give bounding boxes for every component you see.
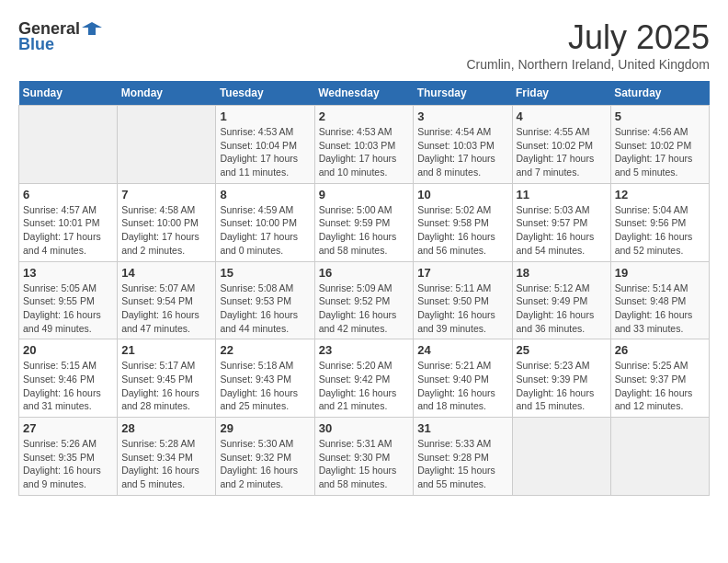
day-info: Sunrise: 5:07 AMSunset: 9:54 PMDaylight:… — [121, 282, 211, 336]
day-number: 2 — [319, 109, 410, 123]
day-number: 20 — [23, 343, 113, 357]
col-tuesday: Tuesday — [216, 81, 314, 106]
day-number: 25 — [517, 343, 607, 357]
calendar-cell: 22Sunrise: 5:18 AMSunset: 9:43 PMDayligh… — [216, 339, 314, 418]
day-number: 6 — [23, 188, 113, 201]
day-number: 23 — [319, 343, 410, 357]
col-wednesday: Wednesday — [314, 81, 414, 106]
calendar-cell: 15Sunrise: 5:08 AMSunset: 9:53 PMDayligh… — [216, 261, 314, 339]
calendar-cell — [610, 418, 709, 496]
day-info: Sunrise: 5:26 AMSunset: 9:35 PMDaylight:… — [23, 437, 113, 491]
day-number: 22 — [220, 343, 310, 357]
day-number: 24 — [417, 343, 507, 357]
calendar-cell: 10Sunrise: 5:02 AMSunset: 9:58 PMDayligh… — [414, 183, 512, 261]
calendar-cell: 26Sunrise: 5:25 AMSunset: 9:37 PMDayligh… — [610, 339, 709, 418]
day-number: 3 — [417, 109, 507, 123]
calendar-cell: 14Sunrise: 5:07 AMSunset: 9:54 PMDayligh… — [118, 261, 216, 339]
calendar-cell: 1Sunrise: 4:53 AMSunset: 10:04 PMDayligh… — [216, 106, 314, 184]
calendar-cell: 11Sunrise: 5:03 AMSunset: 9:57 PMDayligh… — [512, 183, 610, 261]
col-thursday: Thursday — [414, 81, 512, 106]
day-info: Sunrise: 5:08 AMSunset: 9:53 PMDaylight:… — [220, 282, 310, 336]
location-subtitle: Crumlin, Northern Ireland, United Kingdo… — [466, 57, 710, 72]
day-info: Sunrise: 5:23 AMSunset: 9:39 PMDaylight:… — [517, 359, 607, 413]
day-info: Sunrise: 4:53 AMSunset: 10:04 PMDaylight… — [220, 125, 310, 179]
calendar-cell: 16Sunrise: 5:09 AMSunset: 9:52 PMDayligh… — [314, 261, 414, 339]
calendar-week-row: 1Sunrise: 4:53 AMSunset: 10:04 PMDayligh… — [19, 106, 710, 184]
logo-blue-text: Blue — [18, 35, 54, 54]
day-info: Sunrise: 4:58 AMSunset: 10:00 PMDaylight… — [121, 203, 211, 258]
day-info: Sunrise: 5:02 AMSunset: 9:58 PMDaylight:… — [417, 203, 507, 258]
day-info: Sunrise: 5:17 AMSunset: 9:45 PMDaylight:… — [121, 359, 211, 413]
calendar-cell: 31Sunrise: 5:33 AMSunset: 9:28 PMDayligh… — [414, 418, 512, 496]
day-number: 31 — [417, 421, 507, 435]
day-number: 13 — [23, 266, 113, 280]
day-number: 18 — [517, 266, 607, 280]
day-info: Sunrise: 5:18 AMSunset: 9:43 PMDaylight:… — [220, 359, 310, 413]
day-number: 7 — [121, 188, 211, 201]
day-number: 29 — [220, 421, 310, 435]
calendar-week-row: 20Sunrise: 5:15 AMSunset: 9:46 PMDayligh… — [19, 339, 710, 418]
day-number: 5 — [615, 109, 705, 123]
day-info: Sunrise: 5:31 AMSunset: 9:30 PMDaylight:… — [319, 437, 410, 491]
day-info: Sunrise: 4:59 AMSunset: 10:00 PMDaylight… — [220, 203, 310, 258]
day-info: Sunrise: 5:15 AMSunset: 9:46 PMDaylight:… — [23, 359, 113, 413]
calendar-cell: 21Sunrise: 5:17 AMSunset: 9:45 PMDayligh… — [118, 339, 216, 418]
day-info: Sunrise: 4:55 AMSunset: 10:02 PMDaylight… — [517, 125, 607, 179]
calendar-cell: 12Sunrise: 5:04 AMSunset: 9:56 PMDayligh… — [610, 183, 709, 261]
calendar-week-row: 6Sunrise: 4:57 AMSunset: 10:01 PMDayligh… — [19, 183, 710, 261]
day-number: 15 — [220, 266, 310, 280]
calendar-cell: 19Sunrise: 5:14 AMSunset: 9:48 PMDayligh… — [610, 261, 709, 339]
day-number: 4 — [517, 109, 607, 123]
calendar-cell: 28Sunrise: 5:28 AMSunset: 9:34 PMDayligh… — [118, 418, 216, 496]
calendar-cell: 2Sunrise: 4:53 AMSunset: 10:03 PMDayligh… — [314, 106, 414, 184]
day-info: Sunrise: 5:28 AMSunset: 9:34 PMDaylight:… — [121, 437, 211, 491]
calendar-week-row: 27Sunrise: 5:26 AMSunset: 9:35 PMDayligh… — [19, 418, 710, 496]
day-number: 19 — [615, 266, 705, 280]
day-number: 12 — [615, 188, 705, 201]
day-info: Sunrise: 4:54 AMSunset: 10:03 PMDaylight… — [417, 125, 507, 179]
day-number: 21 — [121, 343, 211, 357]
calendar-cell: 5Sunrise: 4:56 AMSunset: 10:02 PMDayligh… — [610, 106, 709, 184]
day-number: 11 — [517, 188, 607, 201]
day-info: Sunrise: 5:03 AMSunset: 9:57 PMDaylight:… — [517, 203, 607, 258]
calendar-table: Sunday Monday Tuesday Wednesday Thursday… — [18, 81, 710, 496]
day-number: 28 — [121, 421, 211, 435]
logo-bird-icon — [82, 18, 102, 39]
day-info: Sunrise: 5:21 AMSunset: 9:40 PMDaylight:… — [417, 359, 507, 413]
day-info: Sunrise: 4:53 AMSunset: 10:03 PMDaylight… — [319, 125, 410, 179]
calendar-cell: 3Sunrise: 4:54 AMSunset: 10:03 PMDayligh… — [414, 106, 512, 184]
day-number: 8 — [220, 188, 310, 201]
calendar-cell: 27Sunrise: 5:26 AMSunset: 9:35 PMDayligh… — [19, 418, 118, 496]
day-info: Sunrise: 5:20 AMSunset: 9:42 PMDaylight:… — [319, 359, 410, 413]
day-info: Sunrise: 4:56 AMSunset: 10:02 PMDaylight… — [615, 125, 705, 179]
calendar-cell: 7Sunrise: 4:58 AMSunset: 10:00 PMDayligh… — [118, 183, 216, 261]
calendar-cell: 18Sunrise: 5:12 AMSunset: 9:49 PMDayligh… — [512, 261, 610, 339]
calendar-cell: 17Sunrise: 5:11 AMSunset: 9:50 PMDayligh… — [414, 261, 512, 339]
calendar-cell: 24Sunrise: 5:21 AMSunset: 9:40 PMDayligh… — [414, 339, 512, 418]
day-number: 17 — [417, 266, 507, 280]
day-number: 9 — [319, 188, 410, 201]
day-info: Sunrise: 5:00 AMSunset: 9:59 PMDaylight:… — [319, 203, 410, 258]
calendar-cell: 23Sunrise: 5:20 AMSunset: 9:42 PMDayligh… — [314, 339, 414, 418]
calendar-week-row: 13Sunrise: 5:05 AMSunset: 9:55 PMDayligh… — [19, 261, 710, 339]
day-number: 16 — [319, 266, 410, 280]
col-saturday: Saturday — [610, 81, 709, 106]
day-info: Sunrise: 5:12 AMSunset: 9:49 PMDaylight:… — [517, 282, 607, 336]
day-number: 27 — [23, 421, 113, 435]
day-info: Sunrise: 5:14 AMSunset: 9:48 PMDaylight:… — [615, 282, 705, 336]
day-info: Sunrise: 5:09 AMSunset: 9:52 PMDaylight:… — [319, 282, 410, 336]
day-info: Sunrise: 5:11 AMSunset: 9:50 PMDaylight:… — [417, 282, 507, 336]
calendar-cell: 29Sunrise: 5:30 AMSunset: 9:32 PMDayligh… — [216, 418, 314, 496]
day-number: 1 — [220, 109, 310, 123]
col-friday: Friday — [512, 81, 610, 106]
day-info: Sunrise: 5:33 AMSunset: 9:28 PMDaylight:… — [417, 437, 507, 491]
col-monday: Monday — [118, 81, 216, 106]
calendar-cell: 9Sunrise: 5:00 AMSunset: 9:59 PMDaylight… — [314, 183, 414, 261]
title-block: July 2025 Crumlin, Northern Ireland, Uni… — [466, 18, 710, 72]
day-info: Sunrise: 4:57 AMSunset: 10:01 PMDaylight… — [23, 203, 113, 258]
calendar-cell: 25Sunrise: 5:23 AMSunset: 9:39 PMDayligh… — [512, 339, 610, 418]
day-number: 26 — [615, 343, 705, 357]
calendar-cell: 30Sunrise: 5:31 AMSunset: 9:30 PMDayligh… — [314, 418, 414, 496]
day-info: Sunrise: 5:30 AMSunset: 9:32 PMDaylight:… — [220, 437, 310, 491]
calendar-header-row: Sunday Monday Tuesday Wednesday Thursday… — [19, 81, 710, 106]
